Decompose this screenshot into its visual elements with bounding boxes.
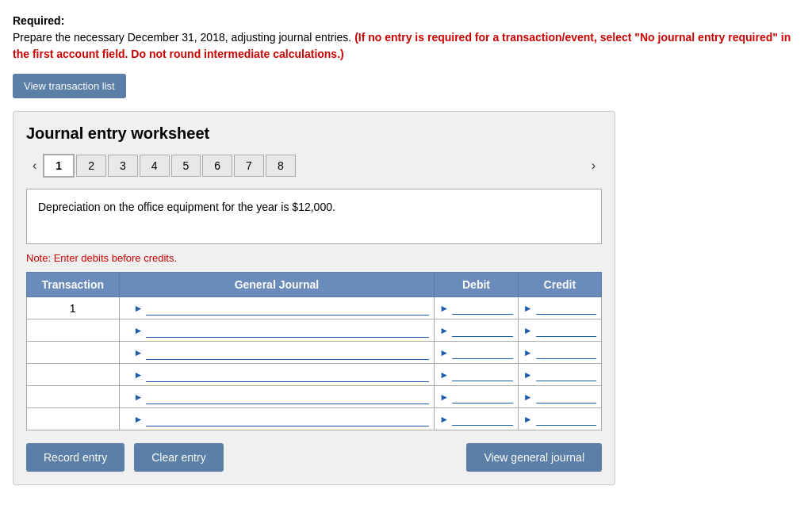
next-tab-button[interactable]: › xyxy=(585,155,602,176)
instruction-main: Prepare the necessary December 31, 2018,… xyxy=(13,31,351,44)
tab-3[interactable]: 3 xyxy=(108,155,138,177)
debit-arrow-icon-4: ► xyxy=(439,369,449,381)
clear-entry-button[interactable]: Clear entry xyxy=(134,443,223,472)
note-text: Note: Enter debits before credits. xyxy=(26,252,602,264)
debit-cell-4[interactable]: ► xyxy=(435,364,518,386)
credit-arrow-icon-6: ► xyxy=(523,414,533,425)
description-text: Depreciation on the office equipment for… xyxy=(38,201,335,213)
debit-arrow-icon: ► xyxy=(439,303,449,314)
credit-input-6[interactable] xyxy=(536,413,596,426)
table-row: 1 ► ► ► xyxy=(27,297,602,319)
debit-input-5[interactable] xyxy=(452,391,512,404)
credit-cell-4[interactable]: ► xyxy=(518,364,601,386)
required-label: Required: xyxy=(13,13,799,29)
credit-arrow-icon-2: ► xyxy=(523,325,533,336)
debit-cell-3[interactable]: ► xyxy=(435,342,518,364)
view-transaction-button[interactable]: View transaction list xyxy=(13,74,126,98)
gj-cell[interactable]: ► xyxy=(119,297,435,319)
gj-cell-6[interactable]: ► xyxy=(119,408,435,430)
gj-input-4[interactable] xyxy=(146,368,429,382)
credit-input-5[interactable] xyxy=(536,391,596,404)
buttons-row: Record entry Clear entry View general jo… xyxy=(26,443,602,472)
debit-cell-6[interactable]: ► xyxy=(435,408,518,430)
gj-arrow-icon-5: ► xyxy=(134,392,144,403)
credit-input-1[interactable] xyxy=(536,302,596,315)
gj-arrow-icon: ► xyxy=(134,303,144,314)
debit-arrow-icon-3: ► xyxy=(439,347,449,358)
transaction-cell-4 xyxy=(27,364,120,386)
credit-arrow-icon-3: ► xyxy=(523,347,533,358)
tab-5[interactable]: 5 xyxy=(171,155,201,177)
gj-cell-3[interactable]: ► xyxy=(119,342,435,364)
col-credit: Credit xyxy=(518,273,601,297)
journal-table: Transaction General Journal Debit Credit… xyxy=(26,272,602,430)
table-row: ► ► ► xyxy=(27,408,602,430)
gj-input-1[interactable] xyxy=(146,301,429,316)
tab-1[interactable]: 1 xyxy=(43,154,75,178)
gj-arrow-icon-2: ► xyxy=(134,325,144,336)
gj-cell-5[interactable]: ► xyxy=(119,386,435,408)
tab-4[interactable]: 4 xyxy=(140,155,170,177)
credit-input-4[interactable] xyxy=(536,369,596,381)
col-transaction: Transaction xyxy=(27,273,120,297)
transaction-cell-6 xyxy=(27,408,120,430)
worksheet-container: Journal entry worksheet ‹ 1 2 3 4 5 6 7 … xyxy=(13,111,615,485)
transaction-cell-5 xyxy=(27,386,120,408)
tab-7[interactable]: 7 xyxy=(234,155,264,177)
gj-cell-4[interactable]: ► xyxy=(119,364,435,386)
table-row: ► ► ► xyxy=(27,364,602,386)
tabs-row: ‹ 1 2 3 4 5 6 7 8 › xyxy=(26,154,602,178)
gj-arrow-icon-6: ► xyxy=(134,414,144,425)
gj-input-3[interactable] xyxy=(146,346,429,360)
worksheet-title: Journal entry worksheet xyxy=(26,124,602,143)
debit-input-2[interactable] xyxy=(452,324,512,337)
col-debit: Debit xyxy=(435,273,518,297)
description-box: Depreciation on the office equipment for… xyxy=(26,189,602,244)
debit-cell[interactable]: ► xyxy=(435,297,518,319)
tab-2[interactable]: 2 xyxy=(76,155,106,177)
tab-6[interactable]: 6 xyxy=(202,155,232,177)
record-entry-button[interactable]: Record entry xyxy=(26,443,124,472)
credit-input-2[interactable] xyxy=(536,324,596,337)
credit-cell-3[interactable]: ► xyxy=(518,342,601,364)
debit-cell-2[interactable]: ► xyxy=(435,319,518,342)
debit-cell-5[interactable]: ► xyxy=(435,386,518,408)
debit-input-6[interactable] xyxy=(452,413,512,426)
credit-cell-2[interactable]: ► xyxy=(518,319,601,342)
gj-arrow-icon-4: ► xyxy=(134,369,144,381)
credit-input-3[interactable] xyxy=(536,346,596,359)
gj-input-2[interactable] xyxy=(146,323,429,338)
table-row: ► ► ► xyxy=(27,342,602,364)
gj-cell-2[interactable]: ► xyxy=(119,319,435,342)
required-section: Required: Prepare the necessary December… xyxy=(13,13,799,63)
required-label-text: Required: xyxy=(13,14,64,27)
table-row: ► ► ► xyxy=(27,319,602,342)
debit-arrow-icon-5: ► xyxy=(439,392,449,403)
transaction-cell-3 xyxy=(27,342,120,364)
credit-arrow-icon: ► xyxy=(523,303,533,314)
gj-arrow-icon-3: ► xyxy=(134,347,144,358)
debit-input-4[interactable] xyxy=(452,369,512,381)
tabs-numbers: 1 2 3 4 5 6 7 8 xyxy=(43,154,295,178)
credit-arrow-icon-5: ► xyxy=(523,392,533,403)
transaction-cell: 1 xyxy=(27,297,120,319)
debit-arrow-icon-2: ► xyxy=(439,325,449,336)
gj-input-5[interactable] xyxy=(146,390,429,404)
tab-8[interactable]: 8 xyxy=(266,155,296,177)
debit-input-1[interactable] xyxy=(452,302,512,315)
col-general-journal: General Journal xyxy=(119,273,435,297)
transaction-cell-2 xyxy=(27,319,120,342)
table-row: ► ► ► xyxy=(27,386,602,408)
instruction-text: Prepare the necessary December 31, 2018,… xyxy=(13,29,799,63)
credit-cell[interactable]: ► xyxy=(518,297,601,319)
credit-cell-5[interactable]: ► xyxy=(518,386,601,408)
debit-arrow-icon-6: ► xyxy=(439,414,449,425)
credit-arrow-icon-4: ► xyxy=(523,369,533,381)
credit-cell-6[interactable]: ► xyxy=(518,408,601,430)
debit-input-3[interactable] xyxy=(452,346,512,359)
view-general-journal-button[interactable]: View general journal xyxy=(466,443,602,472)
gj-input-6[interactable] xyxy=(146,412,429,426)
prev-tab-button[interactable]: ‹ xyxy=(26,155,43,176)
